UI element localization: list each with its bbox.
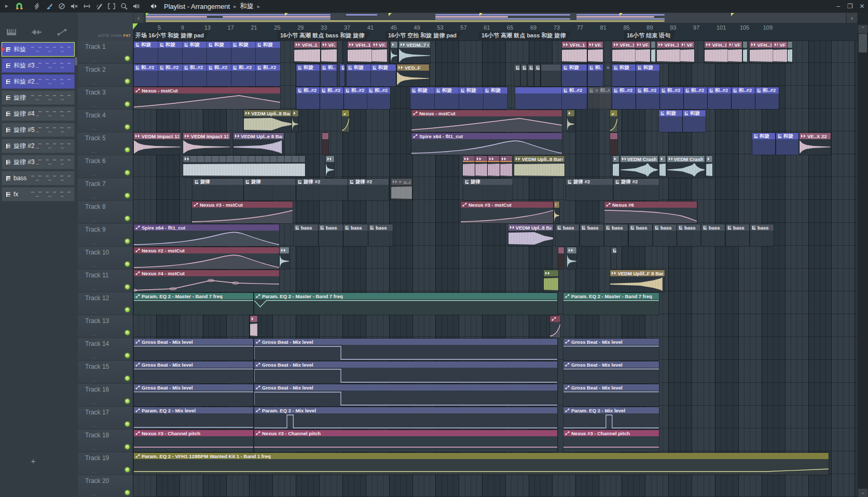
clip-VEDM-Upl..8-Bars[interactable]: VEDM Upl..8 Bars <box>508 224 553 246</box>
track-name[interactable]: Track 12 <box>85 294 109 302</box>
clip-和..#2[interactable]: 和..#2 <box>231 64 256 86</box>
clip-p[interactable] <box>340 64 345 86</box>
track-name[interactable]: Track 16 <box>85 386 109 393</box>
track-options-button[interactable]: ... <box>91 149 97 154</box>
track-options-button[interactable]: ... <box>91 446 97 451</box>
clip-和旋[interactable]: 和旋 <box>410 87 435 109</box>
track-mute-led[interactable] <box>125 79 130 84</box>
clip-和旋[interactable]: 和旋 <box>659 110 682 132</box>
track-options-button[interactable]: ... <box>91 171 97 177</box>
clip-和..#2[interactable]: 和..#2 <box>636 87 659 109</box>
clip-Nexus-#3---Channel-pitch[interactable]: Nexus #3 - Channel pitch <box>563 430 659 452</box>
scroll-up-button[interactable]: ⌃ <box>858 25 867 33</box>
track-header-16[interactable]: Track 16... <box>78 384 133 407</box>
clip-VED..F[interactable]: VED..F <box>397 64 429 86</box>
track-header-20[interactable]: Track 20... <box>78 475 133 497</box>
track-options-button[interactable]: ... <box>91 286 97 291</box>
timeline-ruler[interactable]: 5913172125293337414549535761656973778185… <box>133 23 858 41</box>
clip-bass[interactable]: bass <box>556 224 579 246</box>
clip-和旋[interactable]: 和旋 <box>207 42 231 63</box>
track-name[interactable]: Track 9 <box>85 226 106 233</box>
clip-a[interactable] <box>567 110 574 132</box>
clip-旋律[interactable]: 旋律 <box>244 179 296 200</box>
clip-和..[interactable]: 和.. <box>588 64 603 86</box>
clip-旋律-#2[interactable]: 旋律 #2 <box>296 179 348 200</box>
track-options-button[interactable]: ... <box>91 217 97 222</box>
clip-VFH..1[interactable]: VFH..1 <box>294 42 320 63</box>
track-mute-led[interactable] <box>125 307 130 312</box>
clip-和..#2[interactable]: 和..#2 <box>320 87 343 109</box>
pattern-item-6[interactable]: 旋律 #5 <box>2 123 75 137</box>
breadcrumb-pattern[interactable]: 和旋 <box>240 2 254 11</box>
track-header-12[interactable]: Track 12... <box>78 292 133 315</box>
mute-tool-icon[interactable] <box>68 2 80 11</box>
clip-a[interactable] <box>743 42 747 63</box>
track-name[interactable]: Track 8 <box>85 203 106 210</box>
track-options-button[interactable]: ... <box>91 377 97 382</box>
track-name[interactable]: Track 4 <box>85 112 106 119</box>
clip-Nexus-#4---mstCut[interactable]: Nexus #4 - mstCut <box>134 270 279 292</box>
clip-Param.-EQ-2---Mix-level[interactable]: Param. EQ 2 - Mix level <box>254 407 557 429</box>
clip-a[interactable] <box>706 156 712 178</box>
track-mute-led[interactable] <box>125 376 130 381</box>
clip-au[interactable] <box>610 110 617 132</box>
clip-Param.-EQ-2---Mix-level[interactable]: Param. EQ 2 - Mix level <box>563 407 659 429</box>
track-options-button[interactable]: ... <box>91 354 97 359</box>
timeline-marker[interactable]: 16小节 空拍 和旋 旋律 pad <box>385 31 462 40</box>
track-name[interactable]: Track 10 <box>85 249 109 256</box>
clip-旋律[interactable]: 旋律 <box>463 179 513 200</box>
clip-VF..[interactable]: VF.. <box>372 42 387 63</box>
clip-VE..X-22[interactable]: VE..X 22 <box>800 133 831 155</box>
clip-Gross-Beat---Mix-level[interactable]: Gross Beat - Mix level <box>134 339 253 360</box>
add-pattern-button[interactable]: + <box>27 457 39 466</box>
vscroll-thumb[interactable] <box>859 34 867 52</box>
clip-Nexus---mstCut[interactable]: Nexus - mstCut <box>411 110 562 132</box>
track-options-button[interactable]: ... <box>91 103 97 108</box>
clip-bass[interactable]: bass <box>677 224 700 246</box>
clip-bass[interactable]: bass <box>726 224 749 246</box>
pattern-item-9[interactable]: bass <box>2 171 75 185</box>
select-tool-icon[interactable] <box>106 2 117 11</box>
timeline-marker[interactable]: 16小节 结束 语句 <box>624 31 676 40</box>
track-header-11[interactable]: Track 11... <box>78 270 133 292</box>
clip-和..#2[interactable]: 和..#2 <box>732 87 755 109</box>
pattern-list-scrollbar[interactable] <box>75 57 77 65</box>
clip-Spire-x64---flt1_cut[interactable]: Spire x64 - flt1_cut <box>134 224 279 246</box>
track-header-14[interactable]: Track 14... <box>78 338 133 361</box>
track-header-9[interactable]: Track 9... <box>78 224 133 247</box>
track-name[interactable]: Track 18 <box>85 432 109 439</box>
clip-和..#2[interactable]: 和..#2 <box>183 64 207 86</box>
vertical-scrollbar[interactable]: ⌃ ⌄ <box>858 12 868 497</box>
clip-a[interactable] <box>788 42 792 63</box>
pattern-item-4[interactable]: 旋律 <box>2 90 75 105</box>
clip-和..#2[interactable]: 和..#2 <box>612 87 636 109</box>
track-name[interactable]: Track 7 <box>85 180 106 187</box>
track-name[interactable]: Track 13 <box>85 317 109 325</box>
clip-Param.-EQ-2---VFH1-128BPM-Wanted-Kit-1---Band-1-freq[interactable]: Param. EQ 2 - VFH1 128BPM Wanted Kit 1 -… <box>134 453 829 475</box>
clip-和..#2[interactable]: 和..#2 <box>158 64 183 86</box>
clip-和..#2[interactable]: 和..#2 <box>207 64 231 86</box>
slice-tool-icon[interactable] <box>93 2 105 11</box>
track-header-1[interactable]: Track 1... <box>78 41 133 64</box>
track-name[interactable]: Track 1 <box>85 43 106 50</box>
clip-bass[interactable]: bass <box>580 224 603 246</box>
clip-VEDM-Crash-022[interactable]: VEDM Crash 022 <box>621 156 658 178</box>
clip-和旋[interactable]: 和旋 <box>183 42 207 63</box>
clip-Spire-x64---flt1_cut[interactable]: Spire x64 - flt1_cut <box>411 133 562 155</box>
clip-a[interactable] <box>500 156 512 178</box>
clip-VFH..1[interactable]: VFH..1 <box>612 42 636 63</box>
clip-和..#2[interactable]: 和..#2 <box>256 64 280 86</box>
clip-和旋[interactable]: 和旋 <box>776 133 798 155</box>
clip-旋律-#2[interactable]: 旋律 #2 <box>566 179 613 200</box>
clip-Nexus-#3---Channel-pitch[interactable]: Nexus #3 - Channel pitch <box>254 430 557 452</box>
clip-和旋[interactable]: 和旋 <box>562 64 587 86</box>
clip-VF..[interactable]: VF.. <box>321 42 337 63</box>
clip-bass[interactable]: bass <box>653 224 677 246</box>
track-options-button[interactable]: ... <box>91 194 97 199</box>
clip-和..#2[interactable]: 和..#2 <box>562 87 587 109</box>
track-mute-led[interactable] <box>125 125 130 129</box>
clip-a[interactable] <box>613 156 619 178</box>
track-header-10[interactable]: Track 10... <box>78 247 133 270</box>
pattern-item-2[interactable]: 和旋 #3 <box>2 58 75 73</box>
clip-VEDM-Upli..8-Bars[interactable]: VEDM Upli..8 Bars <box>244 110 292 132</box>
